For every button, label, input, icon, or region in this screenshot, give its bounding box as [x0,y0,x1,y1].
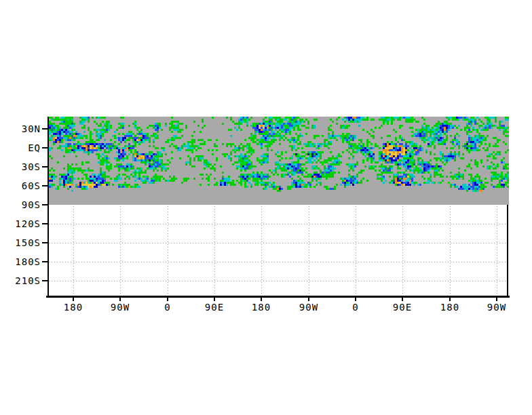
x-axis-tick-label: 90W [100,302,140,313]
y-axis-tick-label: 30N [4,123,41,134]
x-axis-tick-label: 180 [241,302,282,313]
axes-decorations: 30NEQ30S60S90S120S150S180S210S18090W090E… [0,0,532,415]
gridline-horizontal [49,262,506,262]
heatmap-canvas [49,117,509,205]
gridline-horizontal [49,281,506,281]
gridline-horizontal [49,224,506,224]
x-axis-tick [308,298,309,301]
x-axis-tick-label: 90E [382,302,423,313]
x-axis-tick [261,298,262,301]
gridline-vertical [402,206,403,295]
gridline-vertical [214,206,215,295]
grads-plot-figure: 30NEQ30S60S90S120S150S180S210S18090W090E… [0,0,532,415]
x-axis-tick [496,298,497,301]
y-axis-tick [42,280,48,281]
y-axis-tick-label: 210S [4,275,41,286]
x-axis-tick-label: 90W [288,302,329,313]
y-axis-tick-label: 90S [4,199,41,210]
y-axis-tick-label: 30S [4,161,41,172]
gridline-horizontal [49,243,506,243]
x-axis-tick-label: 90W [476,302,517,313]
gridline-vertical [168,206,168,295]
y-axis-tick [42,166,48,167]
y-axis-tick [42,147,48,149]
y-axis-tick [42,223,48,224]
x-axis-tick-label: 0 [147,302,188,313]
x-axis-tick-label: 180 [53,302,94,313]
gridline-vertical [450,206,451,295]
y-axis-tick [42,261,48,262]
x-axis-tick [167,298,168,301]
x-axis-tick [402,298,403,301]
y-axis-tick-label: 180S [4,256,41,267]
x-axis-tick [119,298,121,301]
y-axis-tick-label: 150S [4,237,41,248]
x-axis-tick [355,298,356,301]
x-axis-tick [214,298,215,301]
gridline-vertical [261,206,262,295]
y-axis-tick-label: EQ [4,142,41,153]
y-axis-tick [42,242,48,243]
x-axis-tick-label: 0 [335,302,376,313]
gridline-vertical [497,206,497,295]
gridline-vertical [120,206,121,295]
gridline-vertical [356,206,356,295]
y-axis-tick [42,204,48,205]
x-axis-tick-label: 90E [194,302,235,313]
y-axis-tick [42,128,48,130]
y-axis-tick [42,185,48,186]
x-axis-tick-label: 180 [430,302,470,313]
gridline-vertical [73,206,74,295]
gridline-vertical [309,206,309,295]
x-axis-tick [449,298,451,301]
y-axis-tick-label: 120S [4,218,41,229]
x-axis-tick [73,298,74,301]
y-axis-tick-label: 60S [4,180,41,191]
